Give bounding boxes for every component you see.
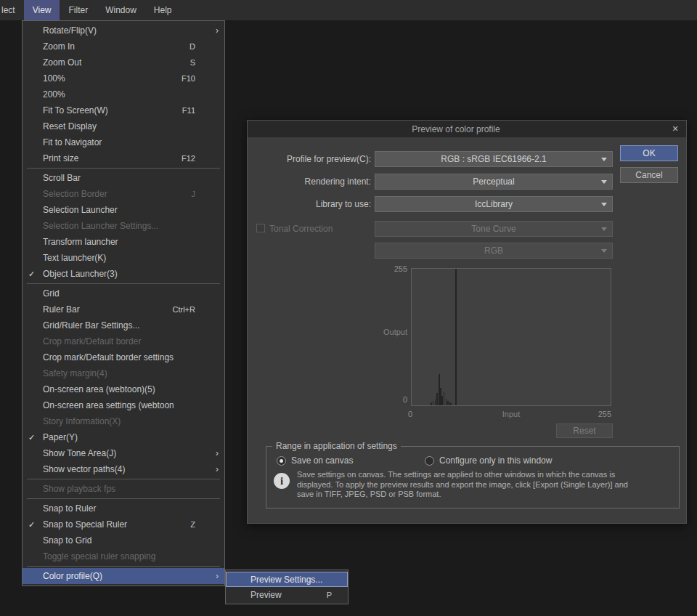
close-icon[interactable]: × xyxy=(664,121,686,137)
tonal-correction-label: Tonal Correction xyxy=(269,221,364,237)
menu-item-label: Preview Settings... xyxy=(250,575,322,585)
histogram-bar xyxy=(436,393,438,405)
menu-item[interactable]: Fit to Navigator xyxy=(23,134,224,150)
submenu-arrow-icon: › xyxy=(210,571,219,581)
check-icon: ✓ xyxy=(28,270,43,279)
menu-shortcut: D xyxy=(174,42,195,51)
check-icon: ✓ xyxy=(28,520,43,530)
menu-item[interactable]: Selection Launcher xyxy=(23,202,224,218)
menu-shortcut: Z xyxy=(174,520,195,529)
chevron-down-icon xyxy=(601,203,607,206)
menu-item[interactable]: Fit To Screen(W)F11 xyxy=(23,102,224,118)
menu-item-filter[interactable]: Filter xyxy=(60,0,97,20)
menu-shortcut: F11 xyxy=(174,106,195,115)
color-profile-submenu: Preview Settings... Preview P xyxy=(225,570,348,604)
menu-item: Crop mark/Default border xyxy=(23,333,224,349)
dialog-title: Preview of color profile xyxy=(248,124,664,134)
menu-item[interactable]: Zoom InD xyxy=(23,38,224,54)
chevron-down-icon xyxy=(601,249,607,253)
y-axis-title: Output xyxy=(362,328,407,336)
menu-separator xyxy=(27,498,220,499)
menu-item-view[interactable]: View xyxy=(24,0,60,20)
ok-button[interactable]: OK xyxy=(620,145,678,161)
menu-item-preview[interactable]: Preview P xyxy=(226,587,348,602)
histogram-bar xyxy=(452,403,453,405)
menu-item[interactable]: Zoom OutS xyxy=(23,54,224,70)
menu-item-label: Print size xyxy=(43,153,174,163)
menu-item-label: Snap to Grid xyxy=(43,535,174,546)
histogram-bar xyxy=(449,402,451,405)
x-axis-max-label: 255 xyxy=(578,410,611,418)
menu-item: Safety margin(4) xyxy=(23,365,224,381)
menu-separator xyxy=(27,566,220,567)
cancel-button[interactable]: Cancel xyxy=(620,167,678,183)
save-on-canvas-radio[interactable]: Save on canvas xyxy=(277,455,353,466)
menu-item-label: Safety margin(4) xyxy=(43,368,174,378)
selected-value: Perceptual xyxy=(473,177,514,187)
selected-value: IccLibrary xyxy=(475,199,513,209)
histogram-bar xyxy=(435,399,436,405)
selected-value: Tone Curve xyxy=(471,224,515,234)
menu-item[interactable]: Crop mark/Default border settings... xyxy=(23,349,224,365)
menu-item[interactable]: Color profile(Q)› xyxy=(23,568,224,584)
menu-item[interactable]: Show Tone Area(J)› xyxy=(23,445,224,461)
rendering-intent-select[interactable]: Perceptual xyxy=(375,174,613,190)
menu-item[interactable]: Grid xyxy=(23,285,224,301)
menu-item[interactable]: Transform launcher xyxy=(23,234,224,250)
menu-shortcut: Ctrl+R xyxy=(173,305,195,314)
menu-item-label: 100% xyxy=(43,73,174,84)
menu-item[interactable]: Snap to Grid xyxy=(23,532,224,548)
menu-item[interactable]: On-screen area (webtoon)(5) xyxy=(23,381,224,397)
menu-item[interactable]: Rotate/Flip(V)› xyxy=(23,23,224,38)
menu-item-preview-settings[interactable]: Preview Settings... xyxy=(226,572,348,587)
profile-for-preview-label: Profile for preview(C): xyxy=(262,151,371,167)
library-to-use-select[interactable]: IccLibrary xyxy=(375,196,613,212)
menu-item[interactable]: 200% xyxy=(23,86,224,102)
histogram-bar xyxy=(444,392,445,405)
menu-item-window[interactable]: Window xyxy=(97,0,145,20)
selected-value: RGB xyxy=(484,246,503,256)
menu-item[interactable]: Grid/Ruler Bar Settings... xyxy=(23,317,224,333)
menu-item-label: Fit to Navigator xyxy=(43,137,174,147)
menu-item-label: Show playback fps xyxy=(43,484,174,494)
menu-shortcut: P xyxy=(327,591,332,599)
menu-item[interactable]: ✓Snap to Special RulerZ xyxy=(23,516,224,532)
menu-shortcut: F12 xyxy=(174,154,195,163)
menu-item-label: Fit To Screen(W) xyxy=(43,105,174,115)
menu-item-label: Crop mark/Default border settings... xyxy=(43,352,174,362)
y-axis-max-label: 255 xyxy=(362,264,407,273)
menu-item-label: Text launcher(K) xyxy=(43,253,174,263)
menu-item-label: Paper(Y) xyxy=(43,432,174,442)
check-icon: ✓ xyxy=(28,433,43,442)
menu-item-label: Scroll Bar xyxy=(43,173,174,183)
menu-item-label: Zoom In xyxy=(43,41,174,52)
menu-item-select-partial[interactable]: lect xyxy=(0,0,24,20)
menu-item[interactable]: ✓Object Launcher(3) xyxy=(23,266,224,282)
menu-item-label: Reset Display xyxy=(43,121,174,131)
menu-item[interactable]: ✓Paper(Y) xyxy=(23,429,224,445)
menu-item[interactable]: Print sizeF12 xyxy=(23,150,224,166)
menu-item-label: Show Tone Area(J) xyxy=(43,448,174,458)
menu-item[interactable]: Reset Display xyxy=(23,118,224,134)
menu-item[interactable]: Text launcher(K) xyxy=(23,250,224,266)
view-menu: Rotate/Flip(V)›Zoom InDZoom OutS100%F102… xyxy=(22,20,225,586)
histogram-bar xyxy=(446,399,447,405)
menu-item[interactable]: Scroll Bar xyxy=(23,170,224,186)
info-text: Save settings on canvas. The settings ar… xyxy=(297,470,632,500)
configure-window-radio[interactable]: Configure only in this window xyxy=(425,455,552,466)
menu-item-help[interactable]: Help xyxy=(145,0,181,20)
y-axis-min-label: 0 xyxy=(362,395,407,404)
menu-item[interactable]: Ruler BarCtrl+R xyxy=(23,301,224,317)
menu-item[interactable]: Snap to Ruler xyxy=(23,500,224,516)
histogram-bar xyxy=(455,269,457,405)
menu-item[interactable]: On-screen area settings (webtoon)(6)... xyxy=(23,397,224,413)
menu-item: Selection BorderJ xyxy=(23,186,224,202)
menu-separator xyxy=(27,479,220,479)
menu-item[interactable]: 100%F10 xyxy=(23,70,224,86)
profile-for-preview-select[interactable]: RGB : sRGB IEC61966-2.1 xyxy=(375,151,613,167)
tone-curve-select: Tone Curve xyxy=(375,221,613,237)
preview-color-profile-dialog: Preview of color profile × Profile for p… xyxy=(247,120,687,524)
info-icon: i xyxy=(274,473,290,489)
menu-shortcut: F10 xyxy=(174,74,195,83)
menu-item[interactable]: Show vector paths(4)› xyxy=(23,461,224,477)
